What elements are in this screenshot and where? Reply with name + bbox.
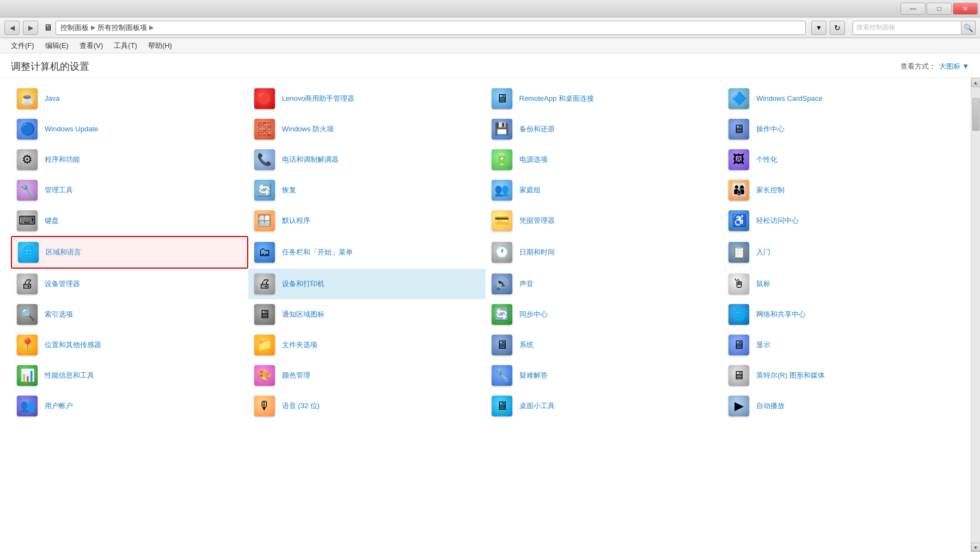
search-placeholder: 搜索控制面板 bbox=[856, 23, 896, 32]
grid-item-mouse[interactable]: 🖱鼠标 bbox=[722, 269, 960, 299]
items-grid: ☕Java🔴Lenovo商用助手管理器🖥RemoteApp 和桌面连接🔷Wind… bbox=[11, 83, 960, 421]
grid-item-color[interactable]: 🎨颜色管理 bbox=[248, 360, 486, 391]
menu-tools[interactable]: 工具(T) bbox=[109, 39, 142, 52]
item-label-cardspace: Windows CardSpace bbox=[756, 94, 822, 104]
grid-item-desktop-gadgets[interactable]: 🖥桌面小工具 bbox=[486, 391, 723, 421]
grid-item-keyboard[interactable]: ⌨键盘 bbox=[11, 205, 248, 236]
grid-item-programs[interactable]: ⚙程序和功能 bbox=[11, 144, 248, 175]
grid-item-intro[interactable]: 📋入门 bbox=[722, 236, 960, 269]
grid-item-folder[interactable]: 📁文件夹选项 bbox=[248, 330, 486, 360]
item-label-personalize: 个性化 bbox=[756, 155, 777, 165]
grid-item-system[interactable]: 🖥系统 bbox=[486, 330, 723, 360]
grid-item-credential[interactable]: 💳凭据管理器 bbox=[486, 205, 723, 236]
search-button[interactable]: 🔍 bbox=[961, 21, 976, 35]
grid-item-notif[interactable]: 🖥通知区域图标 bbox=[248, 299, 486, 330]
refresh-button[interactable]: ↻ bbox=[830, 21, 845, 35]
grid-item-windows-update[interactable]: 🔵Windows Update bbox=[11, 114, 248, 144]
grid-item-sync[interactable]: 🔄同步中心 bbox=[486, 299, 723, 330]
item-icon-firewall: 🧱 bbox=[254, 118, 275, 140]
path-controlpanel[interactable]: 控制面板 bbox=[60, 23, 89, 33]
menu-bar: 文件(F) 编辑(E) 查看(V) 工具(T) 帮助(H) bbox=[0, 38, 980, 53]
item-label-java: Java bbox=[45, 94, 59, 104]
grid-item-ease[interactable]: ♿轻松访问中心 bbox=[722, 205, 960, 236]
forward-button[interactable]: ▶ bbox=[23, 21, 38, 35]
grid-item-devices-print[interactable]: 🖨设备和打印机 bbox=[248, 269, 486, 299]
item-label-trouble: 疑难解答 bbox=[519, 371, 548, 380]
item-icon-desktop-gadgets: 🖥 bbox=[491, 395, 513, 417]
grid-item-phone[interactable]: 📞电话和调制解调器 bbox=[248, 144, 486, 175]
item-label-power: 电源选项 bbox=[519, 155, 548, 165]
item-icon-devices-manager: 🖨 bbox=[16, 273, 38, 295]
page-title: 调整计算机的设置 bbox=[11, 60, 89, 73]
grid-item-recovery[interactable]: 🔄恢复 bbox=[248, 175, 486, 205]
back-button[interactable]: ◀ bbox=[4, 21, 20, 35]
close-button[interactable]: ✕ bbox=[953, 3, 978, 15]
item-icon-backup: 💾 bbox=[491, 118, 513, 140]
menu-file[interactable]: 文件(F) bbox=[7, 39, 39, 52]
view-mode: 查看方式： 大图标 ▼ bbox=[901, 62, 969, 71]
dropdown-button[interactable]: ▼ bbox=[811, 21, 826, 35]
grid-item-location[interactable]: 📍位置和其他传感器 bbox=[11, 330, 248, 360]
scroll-down-button[interactable]: ▼ bbox=[971, 543, 981, 552]
item-icon-parental: 👨‍👩‍👦 bbox=[728, 179, 750, 201]
grid-item-trouble[interactable]: 🔧疑难解答 bbox=[486, 360, 723, 391]
grid-item-taskbar[interactable]: 🗂任务栏和「开始」菜单 bbox=[248, 236, 486, 269]
scroll-up-button[interactable]: ▲ bbox=[971, 78, 981, 87]
item-label-action-center: 操作中心 bbox=[756, 125, 785, 134]
grid-item-power[interactable]: 🔋电源选项 bbox=[486, 144, 723, 175]
item-label-intel: 英特尔(R) 图形和媒体 bbox=[756, 371, 825, 380]
item-label-location: 位置和其他传感器 bbox=[45, 341, 101, 350]
grid-item-firewall[interactable]: 🧱Windows 防火墙 bbox=[248, 114, 486, 144]
view-mode-value[interactable]: 大图标 ▼ bbox=[939, 62, 969, 71]
item-label-devices-print: 设备和打印机 bbox=[282, 280, 324, 289]
grid-item-network[interactable]: 🌐网络和共享中心 bbox=[722, 299, 960, 330]
menu-edit[interactable]: 编辑(E) bbox=[41, 39, 73, 52]
item-label-recovery: 恢复 bbox=[282, 186, 296, 195]
grid-item-intel[interactable]: 🖥英特尔(R) 图形和媒体 bbox=[722, 360, 960, 391]
grid-item-personalize[interactable]: 🖼个性化 bbox=[722, 144, 960, 175]
item-icon-credential: 💳 bbox=[491, 210, 513, 232]
item-label-ease: 轻松访问中心 bbox=[756, 216, 799, 226]
item-icon-users: 👥 bbox=[16, 395, 38, 417]
grid-item-region[interactable]: 🌐区域和语言 bbox=[11, 236, 248, 269]
item-icon-intel: 🖥 bbox=[728, 365, 750, 386]
path-allitems[interactable]: 所有控制面板项 bbox=[97, 23, 147, 33]
grid-item-homegroup[interactable]: 👥家庭组 bbox=[486, 175, 723, 205]
maximize-button[interactable]: □ bbox=[927, 3, 952, 15]
grid-item-sound[interactable]: 🔊声音 bbox=[486, 269, 723, 299]
grid-item-date[interactable]: 🕐日期和时间 bbox=[486, 236, 723, 269]
scrollbar[interactable]: ▲ ▼ bbox=[971, 78, 980, 552]
scroll-thumb[interactable] bbox=[972, 98, 979, 131]
main-area: 调整计算机的设置 查看方式： 大图标 ▼ ☕Java🔴Lenovo商用助手管理器… bbox=[0, 53, 980, 552]
item-label-date: 日期和时间 bbox=[519, 248, 555, 257]
item-label-users: 用户帐户 bbox=[45, 402, 73, 411]
grid-item-performance[interactable]: 📊性能信息和工具 bbox=[11, 360, 248, 391]
item-icon-personalize: 🖼 bbox=[728, 149, 750, 171]
minimize-button[interactable]: — bbox=[901, 3, 926, 15]
address-path[interactable]: 控制面板 ▶ 所有控制面板项 ▶ bbox=[56, 21, 806, 35]
menu-help[interactable]: 帮助(H) bbox=[144, 39, 176, 52]
item-label-speech: 语音 (32 位) bbox=[282, 402, 320, 411]
grid-item-default-prog[interactable]: 🪟默认程序 bbox=[248, 205, 486, 236]
item-label-system: 系统 bbox=[519, 341, 534, 350]
grid-item-java[interactable]: ☕Java bbox=[11, 83, 248, 114]
item-icon-cardspace: 🔷 bbox=[728, 88, 750, 110]
grid-item-action-center[interactable]: 🖥操作中心 bbox=[722, 114, 960, 144]
grid-item-autoplay[interactable]: ▶自动播放 bbox=[722, 391, 960, 421]
grid-item-remoteapp[interactable]: 🖥RemoteApp 和桌面连接 bbox=[486, 83, 723, 114]
item-label-devices-manager: 设备管理器 bbox=[45, 280, 80, 289]
menu-view[interactable]: 查看(V) bbox=[75, 39, 107, 52]
grid-item-speech[interactable]: 🎙语音 (32 位) bbox=[248, 391, 486, 421]
grid-item-index[interactable]: 🔍索引选项 bbox=[11, 299, 248, 330]
grid-item-admin-tools[interactable]: 🔧管理工具 bbox=[11, 175, 248, 205]
scroll-track[interactable] bbox=[972, 87, 980, 543]
grid-item-devices-manager[interactable]: 🖨设备管理器 bbox=[11, 269, 248, 299]
grid-item-cardspace[interactable]: 🔷Windows CardSpace bbox=[722, 83, 960, 114]
item-icon-programs: ⚙ bbox=[16, 149, 38, 171]
grid-item-users[interactable]: 👥用户帐户 bbox=[11, 391, 248, 421]
grid-item-parental[interactable]: 👨‍👩‍👦家长控制 bbox=[722, 175, 960, 205]
grid-item-display[interactable]: 🖥显示 bbox=[722, 330, 960, 360]
grid-item-lenovo[interactable]: 🔴Lenovo商用助手管理器 bbox=[248, 83, 486, 114]
search-box[interactable]: 搜索控制面板 bbox=[853, 21, 961, 35]
grid-item-backup[interactable]: 💾备份和还原 bbox=[486, 114, 723, 144]
